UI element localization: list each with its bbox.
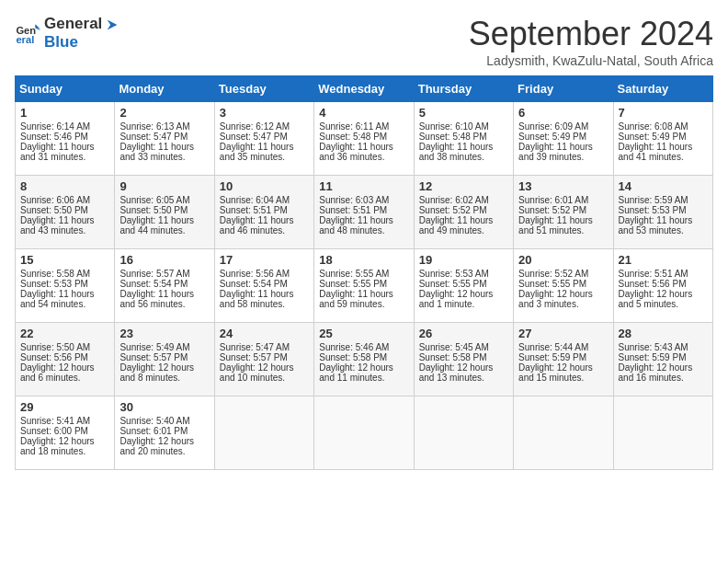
logo-icon: Gen eral xyxy=(15,20,40,46)
sunrise-text: Sunrise: 5:55 AM xyxy=(319,269,389,279)
sunrise-text: Sunrise: 5:40 AM xyxy=(119,416,189,426)
day-number: 26 xyxy=(419,327,508,340)
svg-marker-4 xyxy=(108,19,118,29)
daylight-text: Daylight: 11 hours and 56 minutes. xyxy=(119,289,194,309)
daylight-text: Daylight: 11 hours and 58 minutes. xyxy=(220,289,294,309)
daylight-text: Daylight: 12 hours and 20 minutes. xyxy=(119,436,194,456)
daylight-text: Daylight: 11 hours and 46 minutes. xyxy=(220,215,294,236)
sunrise-text: Sunrise: 5:47 AM xyxy=(220,342,290,352)
calendar-week-2: 8Sunrise: 6:06 AMSunset: 5:50 PMDaylight… xyxy=(16,176,713,249)
calendar-cell xyxy=(214,396,313,470)
daylight-text: Daylight: 11 hours and 33 minutes. xyxy=(119,142,194,162)
day-number: 29 xyxy=(20,400,109,414)
sunset-text: Sunset: 6:00 PM xyxy=(20,426,88,436)
day-number: 5 xyxy=(419,106,508,120)
day-number: 13 xyxy=(518,179,608,193)
day-number: 11 xyxy=(319,179,408,193)
sunset-text: Sunset: 5:59 PM xyxy=(619,352,687,362)
daylight-text: Daylight: 12 hours and 16 minutes. xyxy=(619,362,693,383)
calendar-cell: 17Sunrise: 5:56 AMSunset: 5:54 PMDayligh… xyxy=(214,249,313,323)
sunrise-text: Sunrise: 5:57 AM xyxy=(119,269,189,279)
calendar-cell: 21Sunrise: 5:51 AMSunset: 5:56 PMDayligh… xyxy=(613,249,712,323)
calendar-cell: 18Sunrise: 5:55 AMSunset: 5:55 PMDayligh… xyxy=(314,249,414,323)
daylight-text: Daylight: 11 hours and 51 minutes. xyxy=(518,215,593,236)
daylight-text: Daylight: 12 hours and 6 minutes. xyxy=(20,362,95,383)
day-number: 25 xyxy=(319,327,408,340)
calendar-cell: 9Sunrise: 6:05 AMSunset: 5:50 PMDaylight… xyxy=(115,176,214,249)
daylight-text: Daylight: 11 hours and 35 minutes. xyxy=(220,142,294,162)
calendar-cell: 23Sunrise: 5:49 AMSunset: 5:57 PMDayligh… xyxy=(115,323,214,396)
svg-text:eral: eral xyxy=(16,34,34,45)
sunrise-text: Sunrise: 5:49 AM xyxy=(119,342,189,352)
sunrise-text: Sunrise: 5:52 AM xyxy=(518,269,588,279)
sunset-text: Sunset: 5:59 PM xyxy=(518,352,586,362)
sunrise-text: Sunrise: 6:09 AM xyxy=(518,121,588,132)
sunset-text: Sunset: 5:54 PM xyxy=(119,279,188,289)
sunrise-text: Sunrise: 5:53 AM xyxy=(419,269,489,279)
daylight-text: Daylight: 11 hours and 39 minutes. xyxy=(518,142,593,162)
sunrise-text: Sunrise: 5:58 AM xyxy=(20,269,90,279)
sunrise-text: Sunrise: 6:03 AM xyxy=(319,195,389,205)
daylight-text: Daylight: 11 hours and 48 minutes. xyxy=(319,215,393,236)
calendar-cell: 1Sunrise: 6:14 AMSunset: 5:46 PMDaylight… xyxy=(16,102,115,176)
day-number: 8 xyxy=(20,179,109,193)
sunset-text: Sunset: 5:57 PM xyxy=(119,352,188,362)
calendar-cell: 6Sunrise: 6:09 AMSunset: 5:49 PMDaylight… xyxy=(514,102,613,176)
calendar-cell: 20Sunrise: 5:52 AMSunset: 5:55 PMDayligh… xyxy=(514,249,613,323)
calendar-cell: 24Sunrise: 5:47 AMSunset: 5:57 PMDayligh… xyxy=(214,323,313,396)
day-number: 2 xyxy=(119,106,209,120)
calendar-cell: 29Sunrise: 5:41 AMSunset: 6:00 PMDayligh… xyxy=(16,396,115,470)
sunset-text: Sunset: 5:49 PM xyxy=(518,132,586,142)
calendar-cell: 30Sunrise: 5:40 AMSunset: 6:01 PMDayligh… xyxy=(115,396,214,470)
sunset-text: Sunset: 5:47 PM xyxy=(119,132,188,142)
day-number: 20 xyxy=(518,253,608,267)
sunset-text: Sunset: 5:52 PM xyxy=(518,205,586,215)
sunset-text: Sunset: 5:52 PM xyxy=(419,205,487,215)
daylight-text: Daylight: 12 hours and 8 minutes. xyxy=(119,362,194,383)
calendar-cell: 2Sunrise: 6:13 AMSunset: 5:47 PMDaylight… xyxy=(115,102,214,176)
calendar-cell: 26Sunrise: 5:45 AMSunset: 5:58 PMDayligh… xyxy=(414,323,513,396)
calendar-cell: 4Sunrise: 6:11 AMSunset: 5:48 PMDaylight… xyxy=(314,102,414,176)
header-thursday: Thursday xyxy=(414,76,513,102)
calendar-cell: 5Sunrise: 6:10 AMSunset: 5:48 PMDaylight… xyxy=(414,102,513,176)
daylight-text: Daylight: 11 hours and 44 minutes. xyxy=(119,215,194,236)
daylight-text: Daylight: 11 hours and 36 minutes. xyxy=(319,142,393,162)
calendar-cell: 22Sunrise: 5:50 AMSunset: 5:56 PMDayligh… xyxy=(16,323,115,396)
sunset-text: Sunset: 5:50 PM xyxy=(20,205,88,215)
sunset-text: Sunset: 5:53 PM xyxy=(619,205,687,215)
calendar-cell: 11Sunrise: 6:03 AMSunset: 5:51 PMDayligh… xyxy=(314,176,414,249)
calendar-week-3: 15Sunrise: 5:58 AMSunset: 5:53 PMDayligh… xyxy=(16,249,713,323)
day-number: 28 xyxy=(619,327,708,340)
day-number: 9 xyxy=(119,179,209,193)
sunrise-text: Sunrise: 5:41 AM xyxy=(20,416,90,426)
sunrise-text: Sunrise: 6:08 AM xyxy=(619,121,688,132)
header-saturday: Saturday xyxy=(613,76,712,102)
calendar-cell: 28Sunrise: 5:43 AMSunset: 5:59 PMDayligh… xyxy=(613,323,712,396)
day-number: 24 xyxy=(220,327,309,340)
day-number: 6 xyxy=(518,106,608,120)
day-number: 7 xyxy=(619,106,708,120)
sunrise-text: Sunrise: 5:56 AM xyxy=(220,269,290,279)
daylight-text: Daylight: 11 hours and 31 minutes. xyxy=(20,142,95,162)
calendar-week-5: 29Sunrise: 5:41 AMSunset: 6:00 PMDayligh… xyxy=(16,396,713,470)
sunset-text: Sunset: 5:56 PM xyxy=(619,279,687,289)
daylight-text: Daylight: 11 hours and 43 minutes. xyxy=(20,215,95,236)
sunset-text: Sunset: 5:54 PM xyxy=(220,279,288,289)
calendar-week-4: 22Sunrise: 5:50 AMSunset: 5:56 PMDayligh… xyxy=(16,323,713,396)
sunrise-text: Sunrise: 5:43 AM xyxy=(619,342,688,352)
calendar-cell xyxy=(613,396,712,470)
day-number: 19 xyxy=(419,253,508,267)
daylight-text: Daylight: 11 hours and 49 minutes. xyxy=(419,215,494,236)
sunset-text: Sunset: 5:57 PM xyxy=(220,352,288,362)
day-number: 15 xyxy=(20,253,109,267)
sunset-text: Sunset: 5:49 PM xyxy=(619,132,687,142)
header-wednesday: Wednesday xyxy=(314,76,414,102)
calendar-cell xyxy=(414,396,513,470)
header-row: SundayMondayTuesdayWednesdayThursdayFrid… xyxy=(16,76,713,102)
header-monday: Monday xyxy=(115,76,214,102)
calendar-cell: 13Sunrise: 6:01 AMSunset: 5:52 PMDayligh… xyxy=(514,176,613,249)
daylight-text: Daylight: 12 hours and 18 minutes. xyxy=(20,436,95,456)
sunrise-text: Sunrise: 6:11 AM xyxy=(319,121,389,132)
calendar-title: September 2024 xyxy=(469,15,713,53)
logo-arrow-icon xyxy=(104,17,120,33)
